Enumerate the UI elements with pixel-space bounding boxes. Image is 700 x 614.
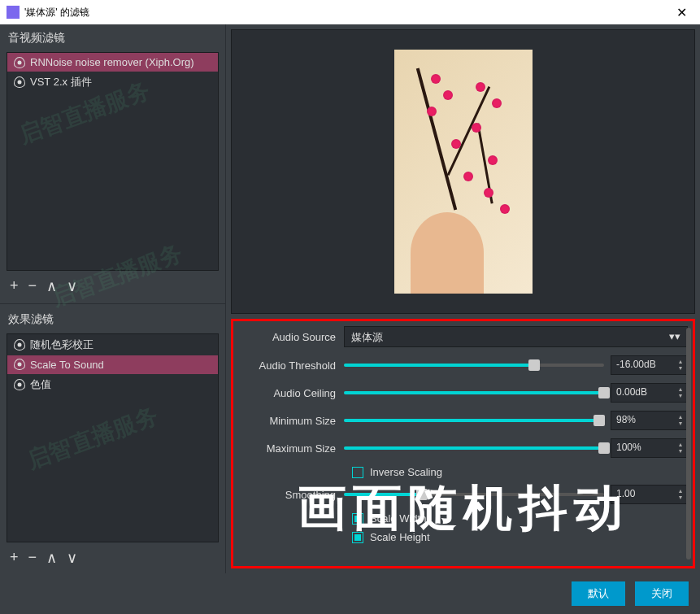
- filter-label: RNNoise noise remover (Xiph.Org): [30, 56, 194, 68]
- move-up-icon[interactable]: ∧: [46, 277, 57, 295]
- visibility-icon[interactable]: [14, 359, 25, 370]
- titlebar: '媒体源' 的滤镜 ✕: [0, 0, 700, 24]
- audio-source-select[interactable]: 媒体源▾: [344, 326, 688, 347]
- av-filters-toolbar: + − ∧ ∨: [0, 271, 225, 302]
- remove-icon[interactable]: −: [28, 277, 37, 295]
- av-filter-item[interactable]: VST 2.x 插件: [7, 72, 218, 93]
- properties-panel: Audio Source 媒体源▾ Audio Threshold -16.00…: [231, 319, 695, 568]
- close-button[interactable]: 关闭: [635, 581, 689, 606]
- filter-label: VST 2.x 插件: [30, 75, 92, 89]
- filter-label: 色值: [30, 377, 51, 392]
- hand-in-preview: [411, 212, 484, 294]
- visibility-icon[interactable]: [14, 379, 25, 390]
- min-size-label: Minimum Size: [238, 415, 344, 427]
- smoothing-value[interactable]: 1.00 ▴▾: [611, 485, 688, 504]
- filter-label: 随机色彩校正: [30, 337, 93, 352]
- av-filter-item[interactable]: RNNoise noise remover (Xiph.Org): [7, 53, 218, 72]
- app-icon: [7, 6, 20, 19]
- default-button[interactable]: 默认: [572, 581, 625, 606]
- effect-filter-item[interactable]: Scale To Sound: [7, 355, 218, 374]
- scale-width-label: Scale Width: [370, 512, 426, 525]
- step-down-icon[interactable]: ▾: [679, 365, 682, 372]
- scale-height-label: Scale Height: [370, 531, 430, 543]
- add-icon[interactable]: +: [10, 277, 19, 295]
- scale-width-checkbox[interactable]: [352, 513, 363, 525]
- filter-label: Scale To Sound: [30, 359, 104, 371]
- max-size-label: Maximum Size: [238, 442, 344, 455]
- bottom-bar: 默认 关闭: [0, 573, 700, 614]
- visibility-icon[interactable]: [14, 339, 25, 351]
- window-close-button[interactable]: ✕: [670, 5, 693, 20]
- audio-ceiling-value[interactable]: 0.00dB ▴▾: [611, 383, 688, 403]
- audio-threshold-slider[interactable]: [344, 364, 604, 367]
- max-size-slider[interactable]: [344, 446, 604, 450]
- scrollbar[interactable]: [686, 328, 691, 560]
- min-size-value[interactable]: 98% ▴▾: [611, 411, 688, 430]
- move-down-icon[interactable]: ∨: [67, 277, 77, 295]
- visibility-icon[interactable]: [14, 76, 25, 88]
- min-size-slider[interactable]: [344, 419, 604, 422]
- move-up-icon[interactable]: ∧: [46, 549, 57, 567]
- preview-area: [231, 29, 695, 314]
- step-down-icon[interactable]: ▾: [679, 448, 682, 455]
- audio-source-label: Audio Source: [238, 331, 344, 343]
- add-icon[interactable]: +: [10, 549, 19, 567]
- audio-ceiling-slider[interactable]: [344, 391, 604, 394]
- preview-image: [394, 50, 533, 294]
- remove-icon[interactable]: −: [28, 549, 37, 567]
- effect-filter-item[interactable]: 色值: [7, 374, 218, 395]
- inverse-scaling-checkbox[interactable]: [352, 467, 363, 478]
- effect-filters-toolbar: + − ∧ ∨: [0, 542, 225, 573]
- av-filters-list[interactable]: RNNoise noise remover (Xiph.Org) VST 2.x…: [7, 52, 219, 271]
- scale-height-checkbox[interactable]: [352, 532, 363, 543]
- audio-threshold-value[interactable]: -16.00dB ▴▾: [611, 355, 688, 375]
- smoothing-slider[interactable]: [344, 493, 604, 496]
- step-down-icon[interactable]: ▾: [679, 393, 682, 399]
- inverse-scaling-label: Inverse Scaling: [370, 466, 442, 478]
- effect-filter-item[interactable]: 随机色彩校正: [7, 334, 218, 355]
- right-panel: Audio Source 媒体源▾ Audio Threshold -16.00…: [226, 24, 700, 573]
- visibility-icon[interactable]: [14, 57, 25, 68]
- effect-filters-header: 效果滤镜: [0, 306, 225, 333]
- window-title: '媒体源' 的滤镜: [24, 6, 89, 20]
- move-down-icon[interactable]: ∨: [67, 549, 77, 567]
- effect-filters-list[interactable]: 随机色彩校正 Scale To Sound 色值: [7, 333, 219, 542]
- audio-ceiling-label: Audio Ceiling: [238, 387, 344, 399]
- av-filters-header: 音视频滤镜: [0, 24, 225, 52]
- step-down-icon[interactable]: ▾: [679, 494, 682, 501]
- left-panel: 音视频滤镜 RNNoise noise remover (Xiph.Org) V…: [0, 24, 226, 573]
- smoothing-label: Smoothing: [238, 489, 344, 501]
- step-down-icon[interactable]: ▾: [679, 420, 682, 427]
- audio-threshold-label: Audio Threshold: [238, 359, 344, 372]
- max-size-value[interactable]: 100% ▴▾: [611, 438, 688, 458]
